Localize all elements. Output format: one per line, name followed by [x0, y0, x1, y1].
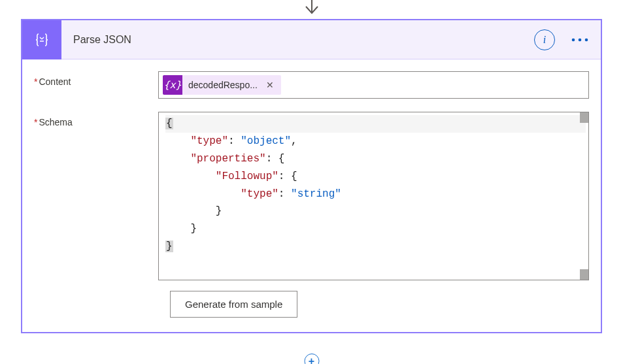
schema-field-row: *Schema { "type": "object", "properties"…	[34, 112, 589, 280]
content-token[interactable]: {x} decodedRespo... ✕	[163, 75, 281, 95]
info-button[interactable]: i	[534, 29, 555, 50]
expression-icon: {x}	[163, 75, 182, 95]
scrollbar-thumb[interactable]	[580, 112, 588, 123]
more-menu-button[interactable]	[567, 20, 593, 59]
action-header[interactable]: Parse JSON i	[22, 20, 601, 59]
content-input[interactable]: {x} decodedRespo... ✕	[158, 71, 589, 99]
action-body: *Content {x} decodedRespo... ✕ *Schema {…	[22, 59, 601, 332]
token-remove-icon[interactable]: ✕	[264, 80, 276, 90]
scrollbar-thumb[interactable]	[580, 269, 588, 280]
token-text: decodedRespo...	[188, 80, 258, 90]
parse-json-icon	[22, 20, 61, 59]
action-title: Parse JSON	[61, 34, 534, 46]
schema-code-editor[interactable]: { "type": "object", "properties": { "Fol…	[158, 112, 589, 280]
action-card: Parse JSON i *Content {x} decodedRespo..…	[21, 19, 602, 333]
svg-point-1	[579, 38, 582, 41]
add-step-button[interactable]: +	[304, 354, 319, 364]
schema-label: *Schema	[34, 112, 158, 127]
svg-point-2	[585, 38, 588, 41]
svg-point-0	[572, 38, 575, 41]
incoming-arrow	[299, 0, 325, 20]
content-field-row: *Content {x} decodedRespo... ✕	[34, 71, 589, 99]
generate-from-sample-button[interactable]: Generate from sample	[170, 291, 297, 318]
content-label: *Content	[34, 71, 158, 87]
